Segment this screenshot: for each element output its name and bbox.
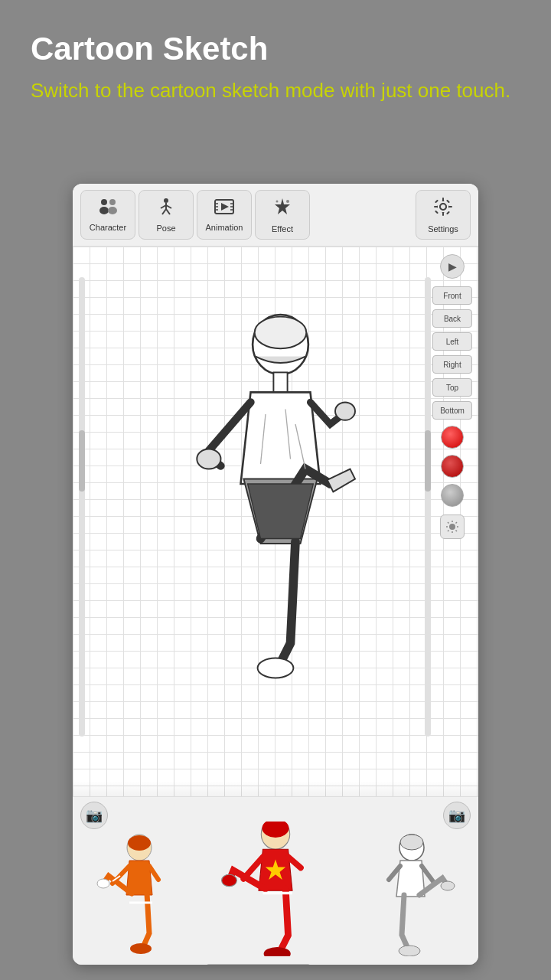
svg-point-47: [128, 835, 151, 851]
left-scrollbar-thumb: [79, 430, 85, 492]
character-button[interactable]: Character: [80, 190, 135, 240]
pose-icon: [156, 198, 176, 220]
character-sketch: [166, 285, 365, 729]
svg-point-48: [130, 943, 152, 954]
svg-rect-27: [435, 199, 439, 203]
left-view-button[interactable]: Left: [432, 332, 472, 351]
svg-point-3: [108, 207, 117, 214]
bottom-scrollbar-thumb: [207, 964, 310, 965]
svg-point-37: [449, 524, 455, 530]
right-scrollbar[interactable]: [425, 277, 431, 737]
camera-left-button[interactable]: 📷: [80, 802, 108, 829]
svg-rect-30: [446, 199, 450, 203]
camera-right-button[interactable]: 📷: [443, 802, 471, 829]
svg-marker-11: [221, 203, 229, 211]
svg-rect-29: [435, 210, 439, 214]
svg-line-7: [166, 205, 171, 208]
svg-rect-33: [273, 372, 287, 392]
svg-line-42: [448, 522, 449, 524]
svg-line-45: [448, 531, 449, 532]
animation-button[interactable]: Animation: [197, 190, 252, 240]
svg-rect-25: [434, 206, 438, 207]
svg-point-20: [276, 200, 279, 202]
svg-point-0: [101, 199, 107, 205]
color-swatch-gray[interactable]: [441, 484, 464, 507]
effect-label: Effect: [272, 224, 293, 234]
svg-point-34: [197, 449, 220, 469]
svg-point-60: [399, 946, 420, 956]
svg-point-22: [440, 204, 446, 210]
character-thumbnail-1[interactable]: [86, 834, 201, 956]
svg-line-44: [456, 522, 458, 524]
floor-shadow: [73, 781, 478, 796]
svg-rect-28: [446, 211, 450, 214]
svg-line-43: [456, 531, 458, 532]
svg-line-8: [162, 209, 166, 214]
animation-icon: [214, 198, 235, 220]
character-label: Character: [90, 223, 126, 232]
settings-icon: [433, 197, 453, 221]
svg-point-19: [286, 200, 289, 203]
svg-point-4: [164, 198, 168, 203]
svg-point-32: [255, 317, 307, 349]
settings-label: Settings: [428, 224, 458, 234]
color-swatch-red1[interactable]: [441, 426, 464, 449]
svg-rect-26: [448, 206, 452, 207]
page-title: Cartoon Sketch: [31, 31, 520, 67]
right-view-button[interactable]: Right: [432, 355, 472, 374]
character-thumbnail-2[interactable]: [212, 822, 338, 956]
page-subtitle: Switch to the cartoon sketch mode with j…: [31, 77, 520, 104]
left-scrollbar[interactable]: [79, 277, 85, 737]
lighting-button[interactable]: [440, 514, 465, 539]
svg-point-51: [97, 879, 109, 888]
back-view-button[interactable]: Back: [432, 309, 472, 328]
bottom-panel: 📷 📷: [73, 796, 478, 965]
toolbar: Character Pose: [73, 184, 478, 247]
bottom-view-button[interactable]: Bottom: [432, 401, 472, 420]
svg-point-35: [335, 402, 355, 420]
play-button[interactable]: ▶: [440, 254, 465, 279]
animation-label: Animation: [206, 223, 243, 232]
svg-point-2: [109, 199, 116, 205]
character-thumbnail-3[interactable]: [350, 834, 465, 956]
settings-button[interactable]: Settings: [416, 190, 471, 240]
svg-point-57: [222, 874, 237, 886]
top-view-button[interactable]: Top: [432, 378, 472, 397]
canvas-area[interactable]: ▶ Front Back Left Right Top Bottom: [73, 247, 478, 798]
svg-point-36: [258, 658, 294, 678]
front-view-button[interactable]: Front: [432, 286, 472, 305]
pose-label: Pose: [156, 224, 175, 233]
svg-point-59: [400, 835, 423, 850]
app-container: Character Pose: [73, 184, 478, 965]
character-icon: [97, 198, 119, 220]
character-thumbnails: [73, 834, 478, 964]
right-scrollbar-thumb: [425, 430, 431, 492]
svg-rect-24: [442, 212, 444, 216]
svg-rect-23: [442, 198, 444, 201]
pose-button[interactable]: Pose: [139, 190, 194, 240]
svg-point-61: [441, 881, 455, 890]
svg-point-1: [99, 207, 109, 214]
right-controls: ▶ Front Back Left Right Top Bottom: [432, 254, 472, 539]
svg-line-9: [166, 209, 170, 214]
svg-line-6: [161, 205, 166, 208]
effect-button[interactable]: Effect: [255, 190, 310, 240]
svg-point-55: [264, 947, 291, 956]
color-swatch-red2[interactable]: [441, 455, 464, 478]
effect-icon: [272, 197, 292, 221]
header: Cartoon Sketch Switch to the cartoon ske…: [0, 0, 551, 119]
